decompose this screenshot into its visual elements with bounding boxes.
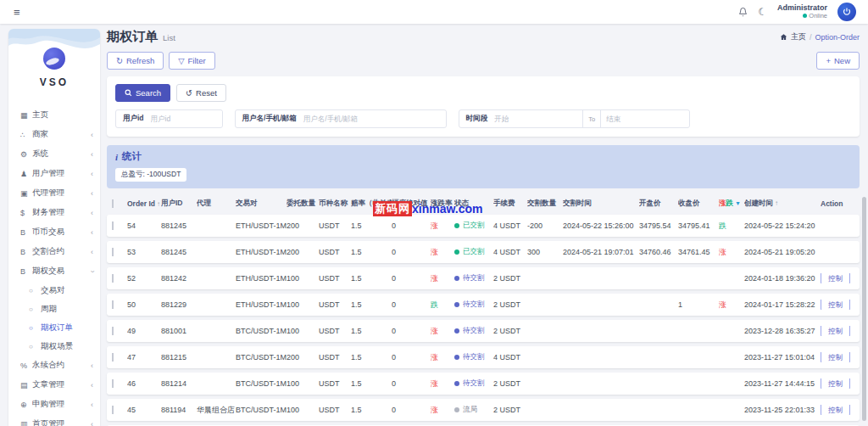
- control-button[interactable]: 控制: [821, 300, 850, 310]
- chevron-icon: ‹: [91, 170, 93, 178]
- user-id-input[interactable]: [151, 111, 222, 126]
- circle-bullet-icon: ○: [29, 324, 41, 332]
- sidebar-item[interactable]: B 交割合约 ‹: [8, 242, 100, 261]
- amplitude-cell: 0: [392, 300, 431, 309]
- control-button[interactable]: 控制: [821, 273, 850, 283]
- sidebar-item[interactable]: ⚙ 系统 ‹: [8, 144, 100, 164]
- table-row: 46 881214 BTC/USDT-1M 100 USDT 1.5 0 涨 待…: [107, 373, 860, 395]
- user-id-cell: 881229: [161, 300, 197, 309]
- sidebar-item[interactable]: ▤ 文章管理 ‹: [8, 375, 100, 395]
- column-filter-icon[interactable]: ▼: [735, 200, 741, 206]
- delivery-qty-cell: -200: [527, 221, 563, 230]
- close-price-cell: 34761.45: [678, 248, 719, 256]
- row-checkbox[interactable]: [112, 248, 114, 256]
- status-dot-icon: [454, 223, 459, 228]
- user-id-cell: 881242: [161, 274, 197, 283]
- control-button[interactable]: 控制: [821, 405, 850, 415]
- sidebar: VSO ▦ 主页 ∴ 商家 ‹ ⚙ 系统 ‹ ♟ 用户管理 ‹ ▣ 代理管理 ‹…: [8, 29, 100, 426]
- avatar[interactable]: [837, 3, 856, 21]
- dark-mode-moon-icon[interactable]: ☾: [758, 6, 767, 18]
- status-badge: 待交割: [454, 300, 490, 310]
- col-user-id: 用户ID: [161, 199, 197, 209]
- sidebar-item[interactable]: ▥ 首页管理 ‹: [8, 414, 100, 426]
- fee-cell: 2 USDT: [493, 379, 527, 388]
- created-time-cell: 2023-11-25 22:01:33: [744, 406, 821, 414]
- sidebar-item[interactable]: ♟ 用户管理 ‹: [8, 164, 100, 183]
- control-button[interactable]: 控制: [821, 326, 850, 336]
- fee-cell: 4 USDT: [493, 353, 527, 362]
- coin-cell: USDT: [319, 300, 351, 309]
- time-end-input[interactable]: [601, 111, 689, 126]
- amplitude-cell: 0: [392, 379, 431, 388]
- sidebar-item[interactable]: ○ 交易对: [8, 281, 100, 300]
- page-title: 期权订单: [107, 29, 158, 45]
- status-dot-icon: [454, 249, 459, 255]
- sidebar-item[interactable]: % 永续合约 ‹: [8, 356, 100, 375]
- search-button[interactable]: Search: [115, 84, 170, 102]
- direction-cell: 涨: [431, 352, 454, 363]
- hamburger-menu-icon[interactable]: ≡: [14, 6, 20, 19]
- breadcrumb-home[interactable]: 主页: [791, 31, 806, 42]
- user-id-cell: 881215: [161, 353, 197, 362]
- col-order-id[interactable]: Order Id↑: [127, 199, 161, 208]
- table-row: 47 881215 BTC/USDT-1M 200 USDT 1.5 0 涨 待…: [107, 346, 860, 368]
- qty-cell: 100: [287, 300, 319, 309]
- chevron-icon: ‹: [91, 131, 93, 139]
- notifications-bell-icon[interactable]: [738, 7, 748, 17]
- result-cell: 涨: [719, 300, 744, 311]
- col-result[interactable]: 涨跌▼: [719, 199, 744, 209]
- row-checkbox[interactable]: [112, 353, 114, 362]
- new-button[interactable]: +New: [816, 52, 860, 70]
- row-checkbox[interactable]: [112, 300, 114, 309]
- reset-button[interactable]: ↺Reset: [176, 84, 226, 102]
- table-row: 54 881245 ETH/USDT-1M 200 USDT 1.5 0 涨 已…: [107, 215, 860, 237]
- qty-cell: 100: [287, 327, 319, 335]
- breadcrumb-current: Option-Order: [815, 33, 860, 42]
- fee-cell: 4 USDT: [493, 221, 527, 230]
- sidebar-item[interactable]: ⊕ 申购管理 ‹: [8, 395, 100, 414]
- admin-info[interactable]: Administrator Online: [777, 4, 827, 20]
- qty-cell: 100: [287, 274, 319, 283]
- filter-button[interactable]: ▽Filter: [169, 52, 214, 70]
- row-checkbox[interactable]: [112, 406, 114, 414]
- time-start-input[interactable]: [494, 111, 582, 126]
- row-checkbox[interactable]: [112, 221, 114, 230]
- control-button[interactable]: 控制: [821, 352, 850, 362]
- user-id-label: 用户id: [116, 114, 151, 124]
- sidebar-item[interactable]: ○ 期权订单: [8, 318, 100, 337]
- coin-trade-icon: B: [20, 228, 32, 237]
- circle-bullet-icon: ○: [29, 305, 41, 313]
- pair-cell: ETH/USDT-1M: [236, 274, 287, 283]
- col-action: Action: [821, 199, 856, 208]
- filter-icon: ▽: [178, 56, 184, 65]
- status-dot-icon: [454, 302, 459, 307]
- row-checkbox[interactable]: [112, 327, 114, 335]
- col-created[interactable]: 创建时间↑: [744, 199, 821, 209]
- sidebar-item[interactable]: ▣ 代理管理 ‹: [8, 183, 100, 203]
- row-checkbox[interactable]: [112, 274, 114, 283]
- sidebar-item[interactable]: ∴ 商家 ‹: [8, 125, 100, 144]
- row-checkbox[interactable]: [112, 379, 114, 388]
- user-info-input[interactable]: [303, 111, 446, 126]
- merchant-icon: ∴: [20, 131, 32, 139]
- sidebar-item[interactable]: ▦ 主页: [8, 105, 100, 125]
- sidebar-item[interactable]: $ 财务管理 ‹: [8, 203, 100, 222]
- select-all-checkbox[interactable]: [112, 199, 114, 208]
- created-time-cell: 2024-01-17 15:28:22: [744, 300, 821, 309]
- result-cell: 涨: [719, 247, 744, 258]
- refresh-button[interactable]: ↻Refresh: [107, 52, 164, 70]
- sidebar-item[interactable]: ○ 期权场景: [8, 337, 100, 356]
- amplitude-cell: 0: [392, 327, 431, 335]
- pair-cell: BTC/USDT-1M: [236, 379, 287, 388]
- sidebar-item[interactable]: B 期权交易 ‹: [8, 261, 100, 281]
- control-button[interactable]: 控制: [821, 378, 850, 389]
- subscribe-icon: ⊕: [20, 401, 32, 409]
- sidebar-item[interactable]: B 币币交易 ‹: [8, 222, 100, 242]
- odds-cell: 1.5: [351, 353, 392, 362]
- vertical-scrollbar[interactable]: [862, 197, 866, 421]
- col-close-price: 收盘价: [678, 199, 719, 209]
- order-id-cell: 53: [127, 248, 161, 256]
- open-price-cell: 34760.46: [639, 248, 678, 256]
- sidebar-item[interactable]: ○ 周期: [8, 300, 100, 318]
- qty-cell: 200: [287, 248, 319, 256]
